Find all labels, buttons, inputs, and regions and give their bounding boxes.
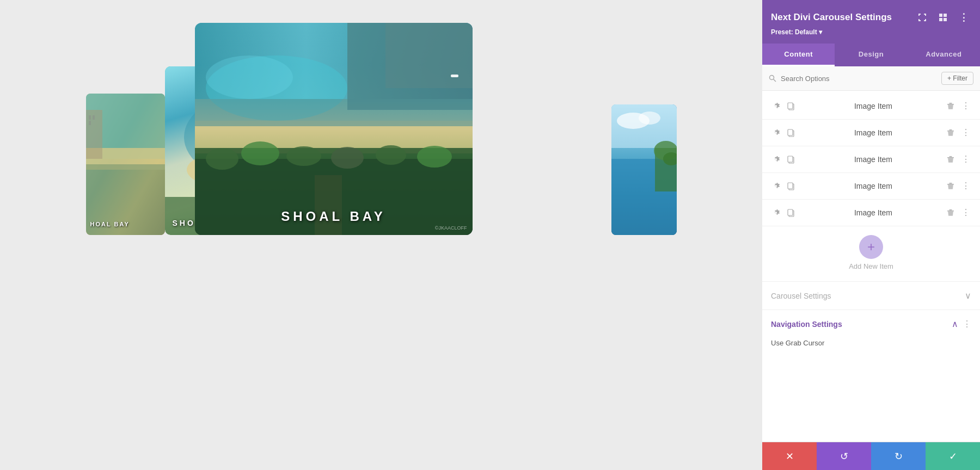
use-grab-cursor-section: Use Grab Cursor [762,338,980,356]
dots-icon: ⋮ [961,128,970,137]
item-delete-button[interactable] [944,100,957,113]
add-new-item-section[interactable]: + Add New Item [762,226,980,282]
cancel-button[interactable]: ✕ [762,442,817,470]
item-label: Image Item [803,128,944,137]
carousel-settings-row[interactable]: Carousel Settings ∨ [762,282,980,310]
add-new-button[interactable]: + [859,235,883,259]
svg-rect-32 [451,75,458,77]
add-new-label: Add New Item [849,262,893,270]
screen-icon [918,13,927,22]
cancel-icon: ✕ [786,450,794,462]
item-icons-left [770,153,797,165]
svg-point-26 [241,141,279,165]
svg-rect-61 [947,211,954,212]
bottom-action-bar: ✕ ↺ ↻ ✓ [762,442,980,470]
search-input[interactable] [781,75,937,83]
screen-icon-button[interactable] [915,10,930,25]
navigation-settings-row[interactable]: Navigation Settings ∧ ⋮ [762,310,980,338]
svg-rect-60 [788,209,793,215]
item-copy-icon[interactable] [785,153,797,165]
item-more-button[interactable]: ⋮ [959,153,972,166]
svg-point-20 [206,55,293,99]
svg-point-27 [286,146,321,166]
chevron-down-icon[interactable]: ∨ [965,290,971,301]
carousel-container: HOAL BAY [0,0,762,470]
copy-icon [787,182,795,190]
svg-point-30 [417,146,452,168]
svg-point-29 [376,145,406,165]
item-delete-button[interactable] [944,180,957,193]
item-more-button[interactable]: ⋮ [959,100,972,113]
preset-label: Preset: Default ▾ [771,28,971,36]
item-settings-icon[interactable] [770,153,782,165]
undo-button[interactable]: ↺ [817,442,871,470]
item-copy-icon[interactable] [785,127,797,139]
more-options-icon: ⋮ [959,11,969,23]
nav-section-icons: ∧ ⋮ [952,319,971,329]
svg-rect-5 [89,115,91,120]
item-settings-icon[interactable] [770,207,782,219]
carousel-label-center: SHOAL BAY [195,209,473,224]
filter-button[interactable]: + Filter [941,72,973,85]
item-more-button[interactable]: ⋮ [959,180,972,193]
tab-design[interactable]: Design [835,44,907,66]
item-settings-icon[interactable] [770,100,782,112]
chevron-up-icon[interactable]: ∧ [952,319,958,329]
save-icon: ✓ [949,450,957,462]
copy-icon [787,128,795,137]
svg-rect-57 [947,184,954,185]
trash-icon [947,209,954,217]
item-copy-icon[interactable] [785,180,797,192]
svg-point-28 [331,147,364,169]
item-icons-right: ⋮ [944,180,972,193]
svg-rect-6 [89,121,91,125]
list-item[interactable]: Image Item ⋮ [762,200,980,226]
tab-advanced[interactable]: Advanced [908,44,980,66]
svg-rect-50 [950,129,952,131]
item-copy-icon[interactable] [785,207,797,219]
dots-icon: ⋮ [961,182,970,190]
item-icons-left [770,100,797,112]
svg-rect-31 [315,175,342,235]
list-item[interactable]: Image Item ⋮ [762,93,980,120]
nav-more-icon[interactable]: ⋮ [963,319,971,329]
item-copy-icon[interactable] [785,100,797,112]
gear-icon [771,208,780,217]
more-options-button[interactable]: ⋮ [956,10,971,25]
list-item[interactable]: Image Item ⋮ [762,146,980,173]
dots-icon: ⋮ [961,102,970,110]
svg-rect-58 [950,183,952,184]
list-item[interactable]: Image Item ⋮ [762,120,980,146]
copy-icon [787,155,795,164]
svg-rect-22 [195,99,473,126]
list-item[interactable]: Image Item ⋮ [762,173,980,200]
svg-rect-54 [950,156,952,157]
filter-label: + Filter [947,75,967,82]
item-icons-left [770,207,797,219]
item-icons-right: ⋮ [944,126,972,139]
item-icons-right: ⋮ [944,100,972,113]
carousel-image-center: SHOAL BAY ©JKAACLOFF [195,23,473,235]
item-delete-button[interactable] [944,153,957,166]
svg-point-25 [206,148,238,170]
grid-icon-button[interactable] [935,10,951,25]
svg-rect-52 [788,156,793,162]
item-more-button[interactable]: ⋮ [959,206,972,219]
item-more-button[interactable]: ⋮ [959,126,972,139]
item-delete-button[interactable] [944,206,957,219]
carousel-settings-title: Carousel Settings [771,292,831,300]
item-settings-icon[interactable] [770,127,782,139]
svg-rect-62 [950,209,952,211]
save-button[interactable]: ✓ [926,442,980,470]
tab-content[interactable]: Content [762,44,835,66]
copy-icon [787,208,795,217]
copy-icon [787,102,795,110]
svg-rect-18 [385,23,473,88]
carousel-image-far-left: HOAL BAY [86,94,165,235]
item-settings-icon[interactable] [770,180,782,192]
redo-button[interactable]: ↻ [871,442,926,470]
dots-icon: ⋮ [961,208,970,217]
gear-icon [771,102,780,110]
item-label: Image Item [803,155,944,164]
item-delete-button[interactable] [944,126,957,139]
